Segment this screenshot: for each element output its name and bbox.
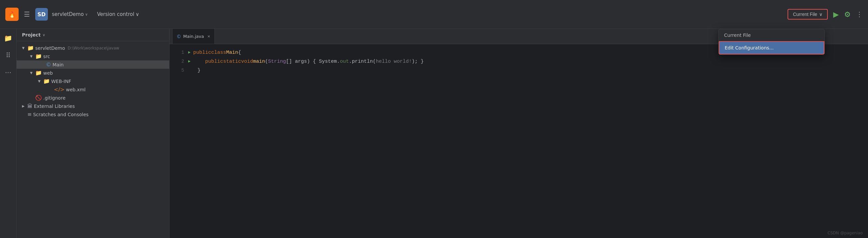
xml-icon: </> — [54, 86, 64, 93]
dropdown-item-current-file[interactable]: Current File — [719, 29, 825, 41]
sidebar-title: Project — [22, 32, 40, 37]
structure-rail-icon[interactable]: ⠿ — [4, 50, 12, 61]
tree-chevron-extlib-icon: ▶ — [21, 104, 26, 108]
sidebar: Project ∨ ▼ 📁 servletDemo D:\Work\worksp… — [17, 29, 169, 238]
tree-label-main: Main — [53, 62, 63, 67]
line-number-1: 1 — [175, 48, 184, 57]
topbar-right: Current File ∨ ▶ ⚙ ⋮ — [787, 9, 863, 20]
project-name-label: servletDemo — [52, 11, 84, 17]
code-fn-main: main — [253, 57, 265, 66]
line-number-5: 5 — [175, 66, 184, 75]
run-arrow-1[interactable]: ▶ — [188, 49, 190, 57]
code-keyword: public — [193, 48, 211, 57]
code-editor[interactable]: 1 ▶ public class Main { 2 ▶ public stati… — [169, 44, 868, 238]
folder-web-icon: 📁 — [35, 70, 42, 76]
folder-icon: 📁 — [27, 45, 34, 51]
code-closing-brace: } — [197, 66, 200, 75]
tree-item-gitignore[interactable]: 🚫 .gitignore — [17, 94, 169, 102]
tab-java-icon: © — [177, 34, 181, 39]
tree-chevron-web-icon: ▼ — [29, 71, 34, 75]
tree-chevron-webinf-icon: ▼ — [37, 79, 42, 83]
app-logo: 🔥 — [5, 8, 19, 21]
more-rail-icon[interactable]: ··· — [4, 67, 12, 78]
gitignore-icon: 🚫 — [35, 95, 42, 101]
sidebar-tree: ▼ 📁 servletDemo D:\Work\workspace\javaw … — [17, 41, 169, 238]
java-main-icon: © — [46, 61, 51, 68]
code-string-arg: hello world! — [376, 57, 411, 66]
hamburger-icon[interactable]: ☰ — [23, 9, 31, 20]
editor-area: © Main.java × 1 ▶ public class Main { 2 … — [169, 29, 868, 238]
watermark: CSDN @pageniao — [828, 231, 863, 235]
run-arrow-2[interactable]: ▶ — [188, 58, 190, 65]
tree-item-external-libraries[interactable]: ▶ 🏛 External Libraries — [17, 102, 169, 110]
code-println: .println( — [349, 57, 376, 66]
code-paren: ( — [265, 57, 268, 66]
tab-label: Main.java — [183, 34, 204, 39]
code-indent — [193, 57, 205, 66]
topbar: 🔥 ☰ SD servletDemo ∨ Version control ∨ C… — [0, 0, 868, 29]
tree-label-external-libraries: External Libraries — [34, 104, 75, 109]
folder-src-icon: 📁 — [35, 53, 42, 60]
tree-item-main[interactable]: © Main — [17, 60, 169, 69]
version-control-button[interactable]: Version control ∨ — [97, 11, 139, 17]
code-line-5: 5 } — [169, 66, 868, 75]
code-line-2: 2 ▶ public static void main ( String [] … — [169, 57, 868, 66]
sidebar-header: Project ∨ — [17, 29, 169, 41]
tree-item-src[interactable]: ▼ 📁 src — [17, 52, 169, 60]
code-text: { — [238, 48, 241, 57]
project-badge: SD — [35, 8, 48, 21]
project-chevron-icon: ∨ — [85, 12, 88, 16]
dropdown-menu: Current File Edit Configurations... — [718, 29, 825, 55]
run-icon[interactable]: ▶ — [833, 10, 839, 19]
extlib-icon: 🏛 — [27, 103, 33, 109]
dropdown-item-edit-configurations[interactable]: Edit Configurations... — [719, 41, 825, 55]
current-file-chevron-icon: ∨ — [819, 12, 823, 17]
tree-path-servletdemo: D:\Work\workspace\javaw — [68, 46, 119, 50]
code-keyword-void: void — [241, 57, 253, 66]
topbar-left: 🔥 ☰ SD servletDemo ∨ Version control ∨ — [5, 8, 139, 21]
more-icon[interactable]: ⋮ — [856, 10, 863, 18]
folder-rail-icon[interactable]: 📁 — [3, 33, 13, 43]
icon-rail: 📁 ⠿ ··· — [0, 29, 17, 238]
code-keyword: class — [211, 48, 226, 57]
tree-label-servletdemo: servletDemo — [35, 45, 65, 51]
tree-label-webinf: WEB-INF — [51, 79, 71, 84]
tree-item-servletdemo[interactable]: ▼ 📁 servletDemo D:\Work\workspace\javaw — [17, 44, 169, 52]
tree-label-scratches: Scratches and Consoles — [33, 112, 88, 117]
code-args: [] args) { System. — [286, 57, 340, 66]
sidebar-title-chevron-icon: ∨ — [42, 33, 45, 37]
code-out: out — [340, 57, 349, 66]
code-classname: Main — [226, 48, 238, 57]
tree-item-webinf[interactable]: ▼ 📁 WEB-INF — [17, 77, 169, 85]
project-name-button[interactable]: servletDemo ∨ — [52, 11, 88, 17]
current-file-button[interactable]: Current File ∨ — [787, 9, 828, 20]
folder-webinf-icon: 📁 — [43, 78, 50, 84]
gear-icon[interactable]: ⚙ — [844, 10, 851, 19]
tree-label-src: src — [43, 54, 50, 59]
scratches-icon: ≡ — [27, 111, 32, 117]
tree-item-webxml[interactable]: </> web.xml — [17, 85, 169, 94]
editor-tab-main[interactable]: © Main.java × — [172, 29, 215, 44]
version-chevron-icon: ∨ — [136, 11, 139, 17]
tree-label-webxml: web.xml — [66, 87, 86, 92]
version-control-label: Version control — [97, 11, 134, 17]
tree-chevron-icon: ▼ — [21, 46, 26, 50]
tree-label-web: web — [43, 70, 53, 76]
main-layout: 📁 ⠿ ··· Project ∨ ▼ 📁 servletDemo D:\Wor… — [0, 29, 868, 238]
tree-item-web[interactable]: ▼ 📁 web — [17, 69, 169, 77]
tree-chevron-src-icon: ▼ — [29, 55, 34, 58]
code-keyword-public: public — [205, 57, 223, 66]
code-keyword-static: static — [223, 57, 241, 66]
current-file-label: Current File — [793, 12, 817, 17]
tree-label-gitignore: .gitignore — [43, 95, 65, 101]
tab-close-icon[interactable]: × — [207, 34, 210, 38]
tree-item-scratches[interactable]: ≡ Scratches and Consoles — [17, 110, 169, 118]
line-number-2: 2 — [175, 58, 184, 66]
code-close: ); } — [411, 57, 424, 66]
code-type-string: String — [268, 57, 286, 66]
